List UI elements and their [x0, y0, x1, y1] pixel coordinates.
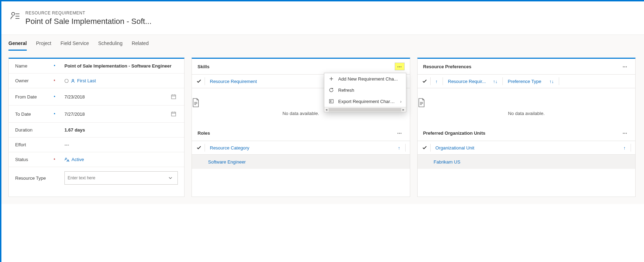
prefs-empty-state: No data available. — [418, 88, 636, 123]
status-value[interactable]: Active — [64, 157, 178, 162]
menu-horizontal-scrollbar[interactable]: ◄ ► — [324, 107, 406, 112]
prefs-col-resource-requirement[interactable]: Resource Requir... — [446, 79, 488, 84]
preferences-card: Resource Preferences ⋯ ↑ Resource Requir… — [417, 58, 636, 197]
svg-point-5 — [72, 79, 74, 81]
tab-field-service[interactable]: Field Service — [61, 40, 89, 51]
record-open-icon — [64, 79, 69, 83]
resource-type-input[interactable] — [68, 175, 166, 180]
skills-title: Skills — [198, 64, 210, 69]
page-title: Point of Sale Implementation - Soft... — [25, 17, 151, 26]
preferred-org-units-more-button[interactable]: ⋯ — [620, 129, 630, 136]
from-date-calendar-button[interactable] — [169, 92, 178, 101]
orgs-col-organizational-unit[interactable]: Organizational Unit — [433, 145, 619, 151]
select-all-icon[interactable] — [422, 78, 427, 84]
page-header: RESOURCE REQUIREMENT Point of Sale Imple… — [0, 1, 644, 34]
page-eyebrow: RESOURCE REQUIREMENT — [25, 11, 151, 15]
select-all-icon[interactable] — [196, 145, 202, 151]
tab-related[interactable]: Related — [132, 40, 149, 51]
menu-add-new-requirement-characteristic[interactable]: Add New Requirement Cha... — [324, 73, 406, 84]
prefs-grid-header: ↑ Resource Requir... ↑↓ Preference Type … — [418, 74, 636, 88]
status-icon — [64, 157, 69, 162]
skills-more-button[interactable]: ⋯ — [395, 63, 404, 70]
to-date-calendar-button[interactable] — [169, 110, 178, 118]
owner-label: Owner — [15, 78, 29, 83]
menu-add-label: Add New Requirement Cha... — [338, 76, 402, 82]
document-icon — [418, 98, 425, 107]
orgs-row-0-value: Fabrikam US — [434, 159, 461, 165]
preferred-org-units-title: Preferred Organization Units — [423, 130, 486, 136]
prefs-empty-text: No data available. — [418, 111, 636, 116]
svg-rect-10 — [171, 112, 176, 116]
document-icon — [192, 98, 200, 107]
roles-col-resource-category[interactable]: Resource Category — [208, 145, 393, 151]
owner-value[interactable]: First Last — [64, 78, 178, 83]
svg-point-4 — [65, 79, 68, 83]
status-label: Status — [15, 157, 28, 162]
menu-export-requirement-characteristics[interactable]: Export Requirement Charac... › — [324, 96, 406, 107]
required-marker: * — [54, 158, 55, 162]
menu-refresh[interactable]: Refresh — [324, 84, 406, 96]
chevron-right-icon: › — [400, 99, 401, 104]
to-date-value[interactable]: 7/27/2018 — [64, 111, 167, 117]
from-date-label: From Date — [15, 94, 37, 100]
sort-up-icon[interactable]: ↑ — [396, 145, 402, 151]
sort-updown-icon[interactable]: ↑↓ — [547, 79, 556, 84]
resource-type-label: Resource Type — [15, 175, 46, 181]
svg-rect-6 — [171, 95, 176, 99]
svg-point-0 — [12, 12, 14, 15]
name-value[interactable]: Point of Sale Implementation - Software … — [64, 63, 178, 69]
duration-value[interactable]: 1.67 days — [64, 127, 178, 133]
roles-grid-header: Resource Category ↑ — [192, 141, 410, 155]
recommended-marker: • — [54, 63, 55, 68]
menu-export-label: Export Requirement Charac... — [338, 99, 396, 104]
prefs-col-preference-type[interactable]: Preference Type — [506, 79, 544, 84]
from-date-value[interactable]: 7/23/2018 — [64, 94, 167, 100]
roles-more-button[interactable]: ⋯ — [395, 129, 404, 136]
status-link[interactable]: Active — [71, 157, 84, 162]
sort-updown-icon[interactable]: ↑↓ — [491, 79, 500, 84]
excel-icon — [329, 98, 334, 104]
chevron-down-icon[interactable] — [166, 174, 175, 182]
to-date-label: To Date — [15, 111, 31, 117]
roles-row-0[interactable]: Software Engineer — [192, 155, 410, 169]
tab-general[interactable]: General — [8, 40, 27, 51]
svg-point-14 — [65, 158, 67, 159]
tab-project[interactable]: Project — [36, 40, 51, 51]
workspace: Name• Point of Sale Implementation - Sof… — [0, 51, 644, 204]
svg-rect-18 — [329, 100, 333, 103]
menu-refresh-label: Refresh — [338, 88, 402, 93]
general-form-card: Name• Point of Sale Implementation - Sof… — [8, 58, 185, 197]
recommended-marker: • — [54, 94, 55, 99]
person-icon — [71, 79, 75, 83]
tab-scheduling[interactable]: Scheduling — [98, 40, 123, 51]
app-left-accent — [0, 1, 1, 204]
scroll-right-icon[interactable]: ► — [402, 108, 405, 111]
duration-label: Duration — [15, 127, 32, 133]
resource-requirement-icon — [10, 11, 20, 21]
roles-row-0-value: Software Engineer — [208, 159, 246, 165]
required-marker: * — [54, 79, 55, 84]
skills-more-menu: Add New Requirement Cha... Refresh Expor… — [324, 73, 406, 112]
owner-link[interactable]: First Last — [77, 78, 96, 83]
orgs-grid-header: Organizational Unit ↑ — [418, 141, 636, 155]
roles-title: Roles — [198, 130, 210, 136]
recommended-marker: • — [54, 111, 55, 116]
resource-preferences-more-button[interactable]: ⋯ — [620, 63, 630, 70]
scroll-track[interactable] — [329, 108, 401, 111]
name-label: Name — [15, 63, 27, 69]
sort-up-icon[interactable]: ↑ — [621, 145, 628, 151]
scroll-left-icon[interactable]: ◄ — [325, 108, 328, 111]
effort-value[interactable]: --- — [64, 142, 178, 147]
refresh-icon — [329, 87, 334, 93]
effort-label: Effort — [15, 142, 26, 147]
plus-icon — [329, 76, 334, 82]
resource-type-select[interactable] — [64, 171, 178, 185]
orgs-row-0[interactable]: Fabrikam US — [418, 155, 636, 169]
skills-roles-card: Skills ⋯ Add New Requirement Cha... Refr… — [192, 58, 410, 197]
resource-preferences-title: Resource Preferences — [423, 64, 471, 69]
sort-up-icon[interactable]: ↑ — [433, 79, 440, 84]
tab-row: General Project Field Service Scheduling… — [0, 34, 644, 51]
select-all-icon[interactable] — [422, 145, 427, 151]
select-all-icon[interactable] — [196, 78, 202, 84]
